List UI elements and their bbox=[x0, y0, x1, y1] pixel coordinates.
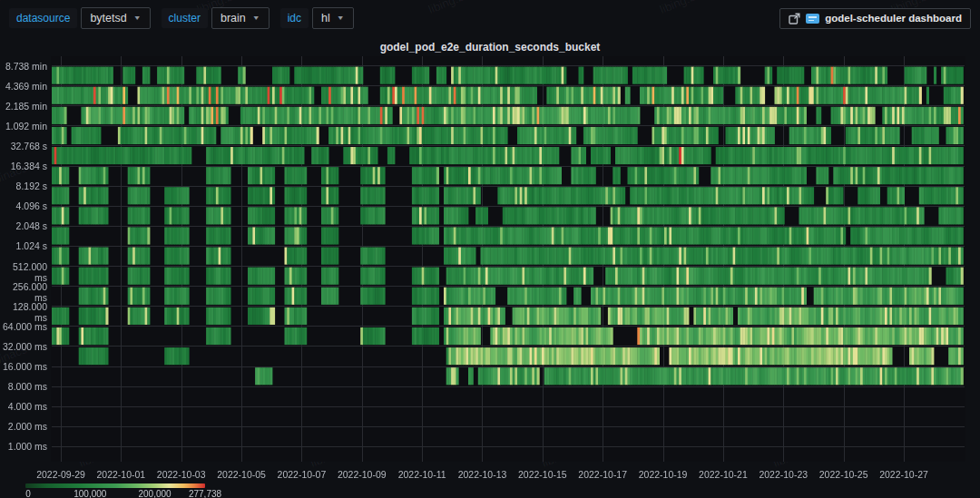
heatmap-canvas[interactable] bbox=[0, 0, 980, 498]
grafana-dashboard: libing.binacslibing.binacslibing.binacsl… bbox=[0, 0, 980, 498]
